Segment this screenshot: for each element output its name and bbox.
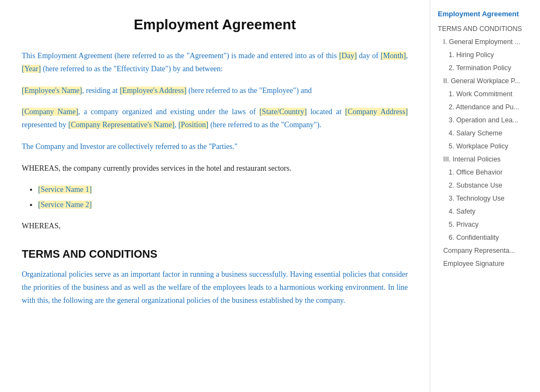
intro-comma: , [406,52,408,60]
intro-paragraph-3: [Company Name], a company organized and … [22,105,408,132]
year-placeholder: [Year] [22,65,41,73]
intro-p3-mid4: , [175,121,178,129]
toc-entry[interactable]: 1. Office Behavior [449,166,533,179]
employee-name-placeholder: [Employee's Name] [22,86,82,95]
toc-entry[interactable]: 5. Workplace Policy [449,140,533,153]
toc-entry[interactable]: Company Representa... [443,244,533,257]
company-rep-placeholder: [Company Representative's Name] [69,121,175,129]
services-list: [Service Name 1] [Service Name 2] [38,184,408,211]
service2-text: [Service Name 2] [38,201,92,209]
whereas2-paragraph: WHEREAS, [22,220,408,233]
parties-text: The Company and Investor are collectivel… [22,142,238,151]
intro-p3-mid: , a company organized and existing under… [78,108,259,116]
document-title: Employment Agreement [22,16,408,33]
toc-entry[interactable]: TERMS AND CONDITIONS [438,22,533,35]
toc-entry[interactable]: 2. Attendance and Pu... [449,101,533,114]
state-country-placeholder: [State/Country] [259,108,307,116]
list-item: [Service Name 1] [38,184,408,196]
main-content: Employment Agreement This Employment Agr… [0,0,430,392]
intro-p3-mid3: represented by [22,121,69,129]
toc-entry[interactable]: 2. Substance Use [449,179,533,192]
toc-entry[interactable]: 4. Salary Scheme [449,127,533,140]
document-body: This Employment Agreement (here referred… [22,49,408,307]
intro-text-2: day of [357,52,381,60]
whereas-paragraph: WHEREAS, the company currently provides … [22,162,408,175]
intro-paragraph-1: This Employment Agreement (here referred… [22,49,408,76]
toc-entry[interactable]: 1. Hiring Policy [449,48,533,61]
intro-p3-end: (here referred to as the "Company"). [208,121,321,129]
intro-p2-mid: , residing at [82,86,120,95]
intro-p3-mid2: located at [307,108,345,116]
parties-paragraph: The Company and Investor are collectivel… [22,140,408,153]
terms-heading: TERMS AND CONDITIONS [22,248,408,260]
toc-title[interactable]: Employment Agreement [438,10,533,18]
intro-text-1: This Employment Agreement (here referred… [22,52,339,60]
toc-entry[interactable]: 3. Technology Use [449,192,533,205]
service1-text: [Service Name 1] [38,185,92,194]
intro-paragraph-2: [Employee's Name], residing at [Employee… [22,84,408,97]
position-placeholder: [Position] [178,121,208,129]
toc-entry[interactable]: 4. Safety [449,205,533,218]
list-item: [Service Name 2] [38,199,408,211]
whereas-text: WHEREAS, the company currently provides … [22,164,291,172]
employee-address-placeholder: [Employee's Address] [120,86,187,95]
intro-text-3: (here referred to as the "Effectivity Da… [41,65,223,73]
toc-entry[interactable]: 6. Confidentiality [449,231,533,244]
day-placeholder: [Day] [339,52,357,60]
whereas2-text: WHEREAS, [22,222,60,230]
toc-list: TERMS AND CONDITIONSI. General Employmen… [438,22,533,270]
toc-entry[interactable]: I. General Employment ... [443,35,533,48]
terms-intro-paragraph: Organizational policies serve as an impo… [22,268,408,307]
toc-entry[interactable]: 5. Privacy [449,218,533,231]
toc-entry[interactable]: II. General Workplace P... [443,74,533,88]
intro-p2-end: (here referred to as the "Employee") and [187,86,312,95]
table-of-contents: Employment Agreement TERMS AND CONDITION… [430,0,538,392]
toc-entry[interactable]: 3. Operation and Lea... [449,114,533,127]
month-placeholder: [Month] [381,52,406,60]
toc-entry[interactable]: III. Internal Policies [443,153,533,166]
company-name-placeholder: [Company Name] [22,108,78,116]
toc-entry[interactable]: 2. Termination Policy [449,61,533,74]
company-address-placeholder: [Company Address] [345,108,408,116]
toc-entry[interactable]: Employee Signature [443,257,533,270]
terms-intro-text: Organizational policies serve as an impo… [22,270,408,304]
toc-entry[interactable]: 1. Work Commitment [449,88,533,101]
